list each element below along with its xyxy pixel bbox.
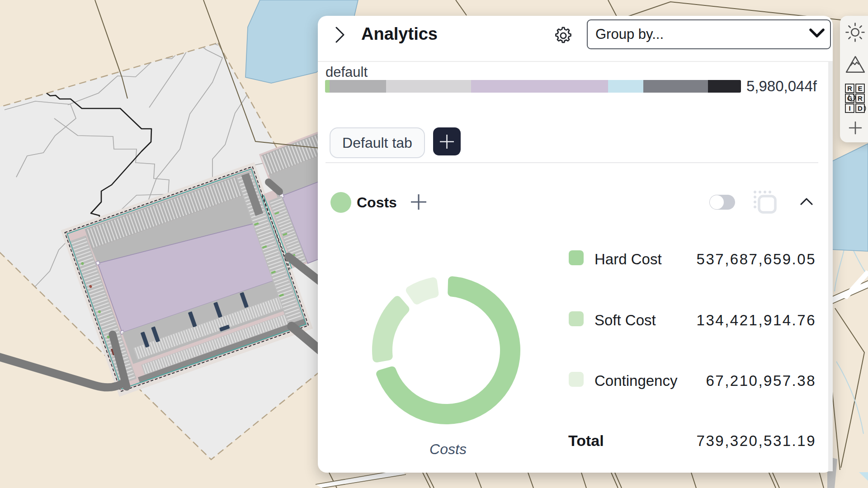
svg-text:I: I: [849, 104, 850, 112]
svg-text:R: R: [858, 94, 863, 102]
svg-text:E: E: [858, 84, 862, 92]
svg-text:R: R: [847, 84, 852, 92]
svg-text:D: D: [858, 104, 863, 112]
